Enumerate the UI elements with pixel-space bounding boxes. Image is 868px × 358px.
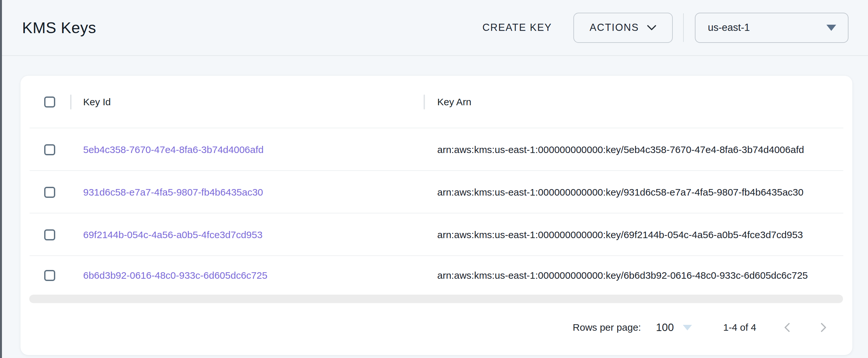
keys-table-card: Key Id Key Arn 5eb4c358-7670-47e4-8fa6-3…: [21, 76, 852, 355]
pagination-range: 1-4 of 4: [723, 322, 756, 333]
rows-per-page-select[interactable]: 100: [656, 321, 692, 334]
key-arn-value: arn:aws:kms:us-east-1:000000000000:key/5…: [437, 144, 804, 155]
header-divider: [683, 13, 684, 42]
table-pagination: Rows per page: 100 1-4 of 4: [21, 303, 852, 355]
page-header: KMS Keys CREATE KEY ACTIONS us-east-1: [2, 0, 868, 56]
region-select-value: us-east-1: [708, 22, 750, 33]
row-checkbox[interactable]: [44, 270, 55, 281]
row-checkbox[interactable]: [44, 187, 55, 198]
create-key-button[interactable]: CREATE KEY: [481, 19, 553, 37]
chevron-left-icon: [782, 322, 793, 333]
key-arn-value: arn:aws:kms:us-east-1:000000000000:key/9…: [437, 187, 803, 198]
rows-per-page-label: Rows per page:: [573, 322, 641, 333]
key-id-link[interactable]: 931d6c58-e7a7-4fa5-9807-fb4b6435ac30: [83, 187, 263, 198]
horizontal-scrollbar[interactable]: [29, 295, 843, 303]
table-row: 69f2144b-054c-4a56-a0b5-4fce3d7cd953 arn…: [21, 213, 852, 256]
key-id-link[interactable]: 6b6d3b92-0616-48c0-933c-6d605dc6c725: [83, 270, 267, 281]
triangle-down-icon: [827, 25, 836, 31]
key-arn-value: arn:aws:kms:us-east-1:000000000000:key/6…: [437, 270, 808, 281]
table-header-row: Key Id Key Arn: [21, 76, 852, 128]
region-select[interactable]: us-east-1: [695, 13, 848, 43]
chevron-down-icon: [647, 24, 656, 31]
kms-keys-page: KMS Keys CREATE KEY ACTIONS us-east-1 Ke…: [0, 0, 868, 358]
table-row: 5eb4c358-7670-47e4-8fa6-3b74d4006afd arn…: [21, 128, 852, 171]
actions-button[interactable]: ACTIONS: [574, 13, 673, 43]
select-all-checkbox[interactable]: [44, 96, 55, 108]
chevron-right-icon: [818, 322, 829, 333]
header-checkbox-cell: [21, 96, 70, 108]
table-row: 931d6c58-e7a7-4fa5-9807-fb4b6435ac30 arn…: [21, 171, 852, 213]
key-id-link[interactable]: 5eb4c358-7670-47e4-8fa6-3b74d4006afd: [83, 144, 264, 155]
rows-per-page-value: 100: [656, 321, 674, 334]
column-header-key-arn[interactable]: Key Arn: [424, 96, 852, 108]
actions-button-label: ACTIONS: [590, 22, 639, 33]
key-arn-value: arn:aws:kms:us-east-1:000000000000:key/6…: [437, 229, 803, 240]
table-row: 6b6d3b92-0616-48c0-933c-6d605dc6c725 arn…: [21, 256, 852, 295]
previous-page-button[interactable]: [780, 320, 795, 335]
next-page-button[interactable]: [815, 320, 831, 335]
row-checkbox[interactable]: [44, 229, 55, 240]
row-checkbox[interactable]: [44, 144, 55, 155]
page-title: KMS Keys: [22, 19, 96, 37]
header-actions: CREATE KEY ACTIONS us-east-1: [481, 13, 848, 43]
column-header-key-id[interactable]: Key Id: [70, 96, 424, 108]
triangle-down-icon: [683, 325, 692, 330]
key-id-link[interactable]: 69f2144b-054c-4a56-a0b5-4fce3d7cd953: [83, 229, 262, 240]
